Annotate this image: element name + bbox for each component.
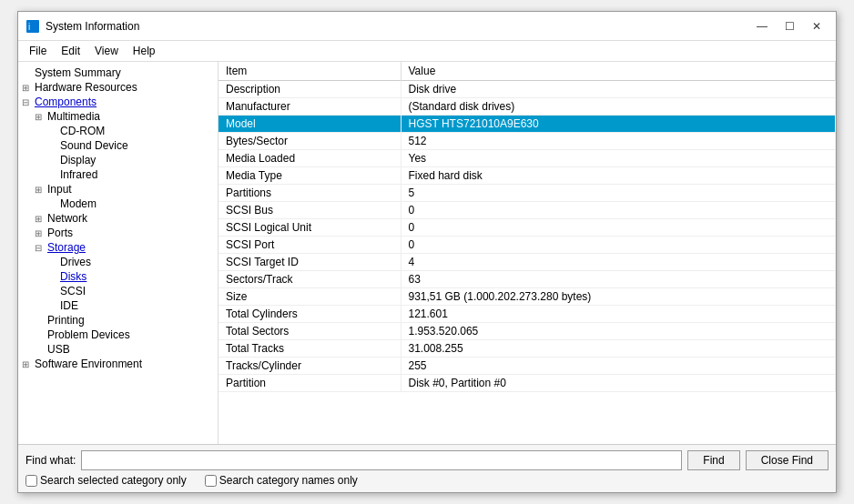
cell-item: Bytes/Sector [219, 133, 401, 150]
content-area: Item Value DescriptionDisk driveManufact… [219, 62, 836, 444]
sidebar-item-multimedia[interactable]: ⊞Multimedia [18, 109, 218, 124]
cell-value: 31.008.255 [401, 340, 836, 358]
table-row[interactable]: Sectors/Track63 [219, 271, 836, 288]
window-title: System Information [46, 20, 139, 33]
cell-value: 512 [401, 133, 836, 150]
close-find-button[interactable]: Close Find [746, 450, 829, 470]
expand-icon-ports[interactable]: ⊞ [35, 228, 47, 238]
expand-icon-multimedia[interactable]: ⊞ [35, 112, 47, 122]
sidebar-label-ide: IDE [60, 299, 78, 312]
cell-value: 63 [401, 271, 836, 288]
sidebar-label-infrared: Infrared [60, 168, 97, 181]
search-names-label[interactable]: Search category names only [205, 474, 358, 487]
expand-icon-input[interactable]: ⊞ [35, 185, 47, 195]
sidebar-item-printing[interactable]: Printing [18, 313, 218, 328]
table-row[interactable]: SCSI Target ID4 [219, 254, 836, 271]
cell-value: Disk drive [401, 81, 836, 98]
sidebar-item-scsi[interactable]: SCSI [18, 284, 218, 298]
table-container[interactable]: Item Value DescriptionDisk driveManufact… [219, 62, 836, 444]
sidebar-item-infrared[interactable]: Infrared [18, 167, 218, 182]
sidebar-item-problem-devices[interactable]: Problem Devices [18, 328, 218, 342]
table-row[interactable]: SCSI Logical Unit0 [219, 219, 836, 237]
search-names-checkbox[interactable] [205, 475, 217, 487]
table-row[interactable]: DescriptionDisk drive [219, 81, 836, 98]
cell-value: HGST HTS721010A9E630 [401, 116, 836, 133]
cell-item: Sectors/Track [219, 271, 401, 288]
sidebar-item-drives[interactable]: Drives [18, 255, 218, 269]
table-row[interactable]: Tracks/Cylinder255 [219, 358, 836, 375]
cell-value: 1.953.520.065 [401, 323, 836, 340]
table-row[interactable]: Total Cylinders121.601 [219, 306, 836, 323]
close-button[interactable]: ✕ [805, 17, 829, 35]
expand-icon-software-environment[interactable]: ⊞ [22, 359, 35, 369]
find-input[interactable] [81, 450, 682, 470]
table-row[interactable]: SCSI Bus0 [219, 202, 836, 219]
table-row[interactable]: Size931,51 GB (1.000.202.273.280 bytes) [219, 288, 836, 306]
cell-item: Media Loaded [219, 150, 401, 167]
sidebar-label-hardware-resources: Hardware Resources [35, 81, 137, 94]
sidebar-label-printing: Printing [47, 314, 85, 327]
cell-item: Media Type [219, 167, 401, 185]
cell-item: Total Tracks [219, 340, 401, 358]
table-row[interactable]: Partitions5 [219, 185, 836, 202]
search-selected-label[interactable]: Search selected category only [25, 474, 187, 487]
expand-icon-hardware-resources[interactable]: ⊞ [22, 83, 35, 93]
cell-item: SCSI Port [219, 237, 401, 254]
cell-value: Fixed hard disk [401, 167, 836, 185]
table-row[interactable]: Bytes/Sector512 [219, 133, 836, 150]
minimize-button[interactable]: — [750, 17, 774, 35]
cell-value: 121.601 [401, 306, 836, 323]
sidebar-item-hardware-resources[interactable]: ⊞Hardware Resources [18, 80, 218, 95]
expand-icon-storage[interactable]: ⊟ [35, 243, 47, 253]
expand-icon-network[interactable]: ⊞ [35, 214, 47, 224]
sidebar-item-modem[interactable]: Modem [18, 197, 218, 211]
sidebar-item-system-summary[interactable]: System Summary [18, 66, 218, 80]
cell-value: 0 [401, 219, 836, 237]
sidebar-item-network[interactable]: ⊞Network [18, 211, 218, 226]
sidebar-item-ide[interactable]: IDE [18, 298, 218, 313]
maximize-button[interactable]: ☐ [778, 17, 801, 35]
menu-view[interactable]: View [87, 43, 126, 59]
sidebar-item-storage[interactable]: ⊟Storage [18, 240, 218, 255]
sidebar-item-input[interactable]: ⊞Input [18, 182, 218, 197]
find-button[interactable]: Find [687, 450, 739, 470]
sidebar-item-ports[interactable]: ⊞Ports [18, 226, 218, 240]
sidebar-label-multimedia: Multimedia [47, 110, 100, 123]
search-selected-checkbox[interactable] [25, 475, 37, 487]
sidebar[interactable]: System Summary⊞Hardware Resources⊟Compon… [18, 62, 219, 444]
sidebar-item-cd-rom[interactable]: CD-ROM [18, 124, 218, 138]
table-row[interactable]: Media TypeFixed hard disk [219, 167, 836, 185]
table-row[interactable]: PartitionDisk #0, Partition #0 [219, 375, 836, 392]
table-row[interactable]: SCSI Port0 [219, 237, 836, 254]
table-row[interactable]: Manufacturer(Standard disk drives) [219, 98, 836, 116]
cell-value: 255 [401, 358, 836, 375]
sidebar-item-usb[interactable]: USB [18, 342, 218, 357]
cell-item: Partition [219, 375, 401, 392]
table-row[interactable]: ModelHGST HTS721010A9E630 [219, 116, 836, 133]
sidebar-label-sound-device: Sound Device [60, 139, 128, 152]
menu-help[interactable]: Help [126, 43, 163, 59]
menu-edit[interactable]: Edit [54, 43, 87, 59]
table-row[interactable]: Media LoadedYes [219, 150, 836, 167]
main-area: System Summary⊞Hardware Resources⊟Compon… [18, 62, 836, 444]
cell-item: Manufacturer [219, 98, 401, 116]
sidebar-item-software-environment[interactable]: ⊞Software Environment [18, 357, 218, 371]
table-row[interactable]: Total Sectors1.953.520.065 [219, 323, 836, 340]
sidebar-label-cd-rom: CD-ROM [60, 125, 105, 137]
expand-icon-components[interactable]: ⊟ [22, 97, 35, 107]
sidebar-label-disks: Disks [60, 270, 86, 283]
sidebar-item-components[interactable]: ⊟Components [18, 95, 218, 109]
cell-item: Partitions [219, 185, 401, 202]
table-row[interactable]: Total Tracks31.008.255 [219, 340, 836, 358]
sidebar-item-display[interactable]: Display [18, 153, 218, 167]
menu-bar: FileEditViewHelp [18, 41, 836, 62]
sidebar-label-scsi: SCSI [60, 285, 86, 297]
find-row: Find what: Find Close Find [25, 450, 829, 470]
title-controls: — ☐ ✕ [750, 17, 829, 35]
sidebar-item-disks[interactable]: Disks [18, 269, 218, 284]
find-label: Find what: [25, 454, 76, 467]
cell-item: Description [219, 81, 401, 98]
sidebar-label-system-summary: System Summary [35, 66, 121, 79]
sidebar-item-sound-device[interactable]: Sound Device [18, 138, 218, 153]
menu-file[interactable]: File [22, 43, 54, 59]
